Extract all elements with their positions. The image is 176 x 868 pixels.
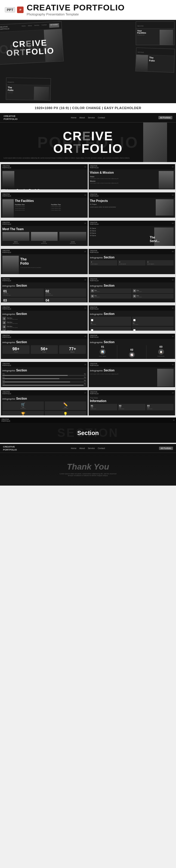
folio-slide-card: CREATIVEPORTFOLIO 07 TheFolio Lorem ipsu…: [1, 249, 88, 274]
slide-logo-facilities: CREATIVEPORTFOLIO: [2, 193, 11, 197]
thankyou-nav-about[interactable]: About: [79, 447, 85, 449]
projects-slide-body: The Projects #1 Project Lorem ipsum dolo…: [89, 198, 175, 218]
facilities-slide-card: CREATIVEPORTFOLIO 03 The Facilities Faci…: [1, 192, 88, 218]
infographic2-slide-card: CREATIVEPORTFOLIO 09 Infographic Section…: [1, 277, 88, 302]
facilities-image: [2, 199, 14, 218]
services-slide-card: CREATIVEPORTFOLIO 06 01 Serve 02 Serve 0…: [89, 221, 175, 246]
thankyou-slide: CREATIVEPORTFOLIO Home About Service Con…: [0, 444, 176, 486]
thankyou-nav-links: Home About Service Contact: [71, 447, 105, 449]
slide-card-header-infographic4: CREATIVEPORTFOLIO 11: [1, 305, 88, 311]
divider-2: [146, 345, 147, 359]
icon-infographic-slide-card: CREATIVEPORTFOLIO 17 Infographic Section…: [1, 390, 88, 415]
infographic3-slide-body: Infographic Section ▼ Title Lorem ipsum …: [89, 282, 175, 302]
infographic3-item-4: ▼ Title Lorem ipsum: [132, 294, 174, 299]
slide-logo-projects: CREATIVEPORTFOLIO: [90, 193, 99, 197]
info-bar: 1920×1080 PX (16:9) | COLOR CHANGE | EAS…: [0, 103, 176, 113]
vision-slide-body: Vision & Mission Vision Lorem ipsum dolo…: [89, 169, 175, 189]
slide-logo-infographic1: CREATIVEPORTFOLIO: [90, 250, 99, 253]
projects-image: [156, 199, 174, 216]
page-header: PPT P CREATIVE PORTFOLIO Photography Pre…: [0, 0, 176, 20]
infographic7-slide-body: Infographic Section Lorem ipsum dolor si…: [89, 367, 175, 387]
infographic2-item-3: 03 Title Here Lorem ipsum dolor: [2, 298, 44, 302]
slide-logo-services: CREATIVEPORTFOLIO: [90, 221, 99, 225]
icon-inf-item-2: ✏️ Title Lorem ipsum: [45, 401, 86, 410]
thankyou-portfolio-btn[interactable]: All Portfolio: [159, 447, 173, 450]
infographic4-items: 1 Title Here Lorem ipsum dolor sit amet …: [2, 317, 86, 331]
facility-item-5: Lorem ipsum dolor: [51, 208, 86, 209]
slide-card-header-infographic7: CREATIVEPORTFOLIO 16: [89, 362, 175, 367]
main-title: CREATIVE PORTFOLIO: [27, 4, 125, 12]
slide-num-infographic6: 14: [172, 335, 174, 337]
projects-slide-card: CREATIVEPORTFOLIO 04 The Projects #1 Pro…: [89, 192, 175, 218]
infographic4-item-3: 3 Title Here Lorem ipsum dolor sit amet: [2, 325, 86, 329]
divider-1: [117, 345, 117, 359]
section-slide-header: CREATIVEPORTFOLIO 19: [0, 417, 176, 423]
services-label-2: 02 Serve: [90, 230, 149, 231]
infographic3-text-2: Title Lorem ipsum: [136, 290, 173, 292]
infographic2-label-1: Title Here: [3, 293, 43, 294]
slide-num-icon-infographic: 17: [84, 392, 86, 394]
infographic5-item-3: ■ 03 Lorem ipsum: [90, 327, 131, 331]
nav-portfolio-btn[interactable]: All Portfolio: [158, 116, 172, 119]
slide-num-stats: 13: [84, 335, 86, 337]
infographic5-title: Infographic Section: [90, 312, 174, 316]
thankyou-nav-home[interactable]: Home: [71, 447, 76, 449]
progress-item-4: 97% Title: [2, 383, 86, 386]
thankyou-nav-service[interactable]: Service: [88, 447, 95, 449]
facility-item-3: Lorem ipsum dolor: [15, 209, 50, 211]
nav-contact[interactable]: Contact: [98, 117, 105, 119]
slide-num-infographic7: 16: [172, 364, 174, 366]
team-slide-body: Meet The Team MARIA ★★★★★ JOHN ★★★★★ LAU…: [1, 226, 88, 246]
slide-card-header-progress: CREATIVEPORTFOLIO 15: [1, 362, 88, 367]
team-avatar-2: [31, 232, 58, 241]
icon-inf-item-4: 💡 Title Lorem ipsum: [45, 411, 86, 415]
infographic6-slide-body: Infographic Section 01 📊 Lorem ipsum 02 …: [89, 339, 175, 359]
thankyou-nav-logo: CREATIVEPORTFOLIO: [3, 445, 17, 451]
progress-bars: 78% Title 68% Title: [2, 373, 86, 386]
infographic5-slide-body: Infographic Section ■ 01 Lorem ipsum ■ 0…: [89, 311, 175, 331]
slide-card-header-icon-infographic: CREATIVEPORTFOLIO 17: [1, 390, 88, 396]
infographic-section-slide-card: CREATIVEPORTFOLIO 08 Infographic Section…: [89, 249, 175, 274]
slide-num-infographic5: 12: [172, 307, 174, 309]
team-member-1: MARIA ★★★★★: [2, 232, 29, 244]
slide-logo-stats: CREATIVEPORTFOLIO: [2, 335, 11, 338]
progress-slide-body: Infographic Section 78% Title 68% Title: [1, 367, 88, 387]
infographic1-slide-body: Infographic Section ▼ Lorem ipsum ▼ Lore…: [89, 254, 175, 274]
nav-about[interactable]: About: [79, 117, 85, 119]
slide-logo-icon-infographic: CREATIVEPORTFOLIO: [2, 391, 11, 395]
slide-num-services: 06: [172, 222, 174, 224]
progress-bar-fill-4: [2, 385, 83, 386]
slide-logo-information: CREATIVEPORTFOLIO: [90, 391, 99, 395]
progress-label-1: 78% Title: [2, 373, 86, 375]
slide-logo-section: CREATIVEPORTFOLIO: [1, 418, 10, 422]
stat-label-1: Projects: [4, 351, 28, 353]
slide-num-projects: 04: [172, 194, 174, 196]
facilities-title: The Facilities: [15, 199, 86, 203]
progress-bar-bg-3: [2, 381, 86, 382]
services-slide-body: 01 Serve 02 Serve 03 Serve 04 Serve TheS…: [89, 226, 175, 246]
slide-logo-infographic7: CREATIVEPORTFOLIO: [90, 363, 99, 366]
vision-image: [159, 171, 174, 189]
infographic6-item-1: 01 📊 Lorem ipsum: [90, 345, 116, 359]
nav-service[interactable]: Service: [88, 117, 95, 119]
mission-text: Lorem ipsum dolor sit amet consectetur a…: [90, 182, 157, 184]
welcome-slide-card: CREATIVEPORTFOLIO 01 Welcome Creative Po…: [1, 164, 88, 189]
nav-home[interactable]: Home: [71, 117, 76, 119]
thankyou-nav-contact[interactable]: Contact: [98, 447, 105, 449]
progress-bar-fill-1: [2, 375, 68, 376]
infographic3-desc-2: Lorem ipsum: [136, 291, 173, 292]
slide-card-header-facilities: CREATIVEPORTFOLIO 03: [1, 192, 88, 198]
team-members: MARIA ★★★★★ JOHN ★★★★★ LAURA ★★★★★: [2, 232, 86, 244]
welcome-image: [2, 171, 14, 189]
infographic7-content: Infographic Section Lorem ipsum dolor si…: [90, 369, 156, 386]
slides-grid-row2: CREATIVEPORTFOLIO 03 The Facilities Faci…: [0, 191, 176, 219]
nav-links: Home About Service Contact: [71, 117, 105, 119]
team-stars-1: ★★★★★: [2, 243, 29, 244]
services-label-4: 04 Serve: [90, 235, 149, 237]
facility-col1-title: Facilities One: [15, 204, 50, 206]
infographic1-item-2: ▼ Lorem ipsum: [118, 260, 146, 266]
progress-item-3: 81% Title: [2, 380, 86, 382]
slide-card-header-infographic6: CREATIVEPORTFOLIO 14: [89, 334, 175, 339]
progress-slide-card: CREATIVEPORTFOLIO 15 Infographic Section…: [1, 362, 88, 387]
slide-card-header-stats: CREATIVEPORTFOLIO 13: [1, 334, 88, 339]
